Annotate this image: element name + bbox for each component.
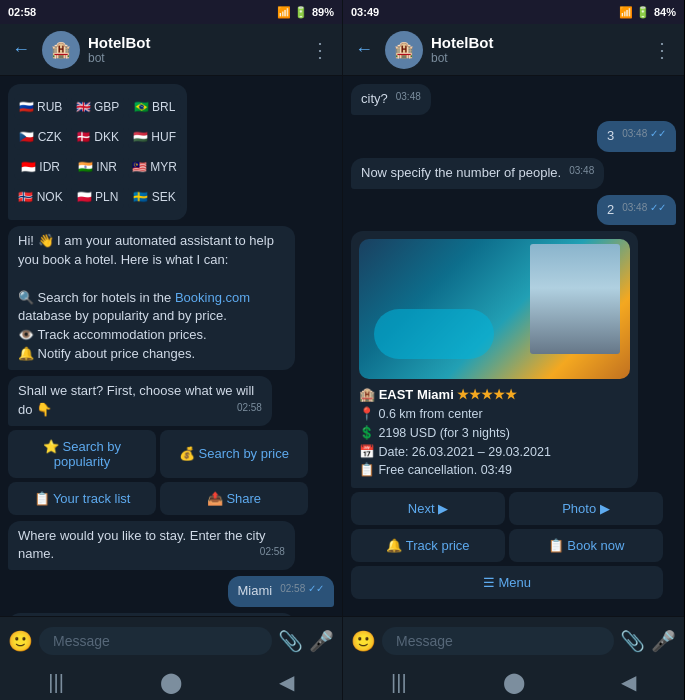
currency-rub[interactable]: 🇷🇺 RUB	[14, 94, 67, 120]
right-hotel-wrap: 🏨 EAST Miami ★★★★★ 📍 0.6 km from center …	[351, 231, 663, 599]
left-miami-row: Miami 02:58 ✓✓	[8, 576, 334, 607]
left-followup-row: OK, specify the check-in date at the hot…	[8, 613, 334, 616]
booking-link[interactable]: Booking.com	[175, 290, 250, 305]
right-reply3-ts: 03:48 ✓✓	[622, 129, 666, 139]
hotel-image-inner	[359, 239, 630, 379]
search-price-button[interactable]: 💰 Search by price	[160, 430, 308, 478]
right-city-ts: 03:48	[396, 92, 421, 102]
left-prompt-row: Where would you like to stay. Enter the …	[8, 521, 334, 571]
left-input-bar: 🙂 📎 🎤	[0, 616, 342, 664]
left-feature-3: 🔔 Notify about price changes.	[18, 346, 195, 361]
right-nav-recents[interactable]: ◀	[621, 670, 636, 694]
right-people-bubble: Now specify the number of people. 03:48	[351, 158, 604, 189]
menu-button[interactable]: ☰ Menu	[351, 566, 663, 599]
left-attach-button[interactable]: 📎	[278, 629, 303, 653]
right-avatar: 🏨	[385, 31, 423, 69]
left-panel: 02:58 📶 🔋 89% ← 🏨 HotelBot bot ⋮ 🇷🇺 RUB🇬…	[0, 0, 342, 700]
left-prompt-text: Where would you like to stay. Enter the …	[18, 528, 266, 562]
left-more-button[interactable]: ⋮	[306, 34, 334, 66]
currency-dkk[interactable]: 🇩🇰 DKK	[71, 124, 124, 150]
right-mic-button[interactable]: 🎤	[651, 629, 676, 653]
hotel-ts: 03:49	[481, 463, 512, 477]
left-message-input[interactable]	[39, 627, 272, 655]
left-status-bar: 02:58 📶 🔋 89%	[0, 0, 342, 24]
right-back-button[interactable]: ←	[351, 35, 377, 64]
right-hotel-keyboard: Next ▶ Photo ▶ 🔔 Track price 📋 Book now …	[351, 492, 663, 599]
right-message-input[interactable]	[382, 627, 614, 655]
right-icons: 📶 🔋	[619, 6, 650, 19]
left-emoji-button[interactable]: 🙂	[8, 629, 33, 653]
right-more-button[interactable]: ⋮	[648, 34, 676, 66]
hotel-distance: 📍 0.6 km from center	[359, 407, 483, 421]
share-button[interactable]: 📤 Share	[160, 482, 308, 515]
right-people-row: Now specify the number of people. 03:48	[351, 158, 676, 189]
currency-gbp[interactable]: 🇬🇧 GBP	[71, 94, 124, 120]
right-reply3-bubble: 3 03:48 ✓✓	[597, 121, 676, 152]
right-city-bubble: city? 03:48	[351, 84, 431, 115]
left-chat-name: HotelBot	[88, 34, 298, 51]
search-popularity-button[interactable]: ⭐ Search by popularity	[8, 430, 156, 478]
left-avatar: 🏨	[42, 31, 80, 69]
right-panel: 03:49 📶 🔋 84% ← 🏨 HotelBot bot ⋮ city? 0…	[342, 0, 684, 700]
currency-nok[interactable]: 🇳🇴 NOK	[14, 184, 67, 210]
left-intro-text: Hi! 👋 I am your automated assistant to h…	[18, 233, 274, 267]
hotel-name: 🏨 EAST Miami ★★★★★	[359, 387, 517, 402]
right-nav-back[interactable]: |||	[391, 671, 407, 694]
left-question-wrap: Shall we start? First, choose what we wi…	[8, 376, 308, 515]
left-feature-2: 👁️ Track accommodation prices.	[18, 327, 207, 342]
currency-idr[interactable]: 🇮🇩 IDR	[14, 154, 67, 180]
left-nav-home[interactable]: ⬤	[160, 670, 182, 694]
left-question-row: Shall we start? First, choose what we wi…	[8, 376, 334, 515]
left-nav-recents[interactable]: ◀	[279, 670, 294, 694]
left-question-bubble: Shall we start? First, choose what we wi…	[8, 376, 272, 426]
left-prompt-ts: 02:58	[260, 547, 285, 557]
left-currency-row: 🇷🇺 RUB🇬🇧 GBP🇧🇷 BRL🇨🇿 CZK🇩🇰 DKK🇭🇺 HUF🇮🇩 I…	[8, 84, 334, 220]
right-time: 03:49	[351, 6, 379, 18]
right-hotel-row: 🏨 EAST Miami ★★★★★ 📍 0.6 km from center …	[351, 231, 676, 599]
hotel-stars: ★★★★★	[457, 387, 517, 402]
left-miami-bubble: Miami 02:58 ✓✓	[228, 576, 334, 607]
hotel-cancellation: 📋 Free cancellation.	[359, 463, 477, 477]
right-attach-button[interactable]: 📎	[620, 629, 645, 653]
track-price-button[interactable]: 🔔 Track price	[351, 529, 505, 562]
left-followup-bubble: OK, specify the check-in date at the hot…	[8, 613, 295, 616]
left-nav-back[interactable]: |||	[48, 671, 64, 694]
hotel-description: 🏨 EAST Miami ★★★★★ 📍 0.6 km from center …	[359, 385, 630, 480]
left-mic-button[interactable]: 🎤	[309, 629, 334, 653]
right-people-ts: 03:48	[569, 166, 594, 176]
currency-inr[interactable]: 🇮🇳 INR	[71, 154, 124, 180]
hotel-dates: 📅 Date: 26.03.2021 – 29.03.2021	[359, 445, 551, 459]
currency-sek[interactable]: 🇸🇪 SEK	[128, 184, 181, 210]
right-chat-header: ← 🏨 HotelBot bot ⋮	[343, 24, 684, 76]
left-miami-text: Miami	[238, 583, 273, 598]
left-chat-info: HotelBot bot	[88, 34, 298, 65]
currency-brl[interactable]: 🇧🇷 BRL	[128, 94, 181, 120]
left-time: 02:58	[8, 6, 36, 18]
hotel-price: 💲 2198 USD (for 3 nights)	[359, 426, 510, 440]
left-question-text: Shall we start? First, choose what we wi…	[18, 383, 254, 417]
right-reply3-text: 3	[607, 128, 614, 143]
left-prompt-bubble: Where would you like to stay. Enter the …	[8, 521, 295, 571]
next-button[interactable]: Next ▶	[351, 492, 505, 525]
right-chat-name: HotelBot	[431, 34, 640, 51]
right-reply2-ts: 03:48 ✓✓	[622, 203, 666, 213]
left-back-button[interactable]: ←	[8, 35, 34, 64]
photo-button[interactable]: Photo ▶	[509, 492, 663, 525]
right-nav-home[interactable]: ⬤	[503, 670, 525, 694]
right-emoji-button[interactable]: 🙂	[351, 629, 376, 653]
right-city-row: city? 03:48	[351, 84, 676, 115]
left-feature-1: 🔍 Search for hotels in the Booking.com d…	[18, 290, 250, 324]
currency-huf[interactable]: 🇭🇺 HUF	[128, 124, 181, 150]
right-hotel-row1: Next ▶ Photo ▶	[351, 492, 663, 525]
left-currency-bubble: 🇷🇺 RUB🇬🇧 GBP🇧🇷 BRL🇨🇿 CZK🇩🇰 DKK🇭🇺 HUF🇮🇩 I…	[8, 84, 187, 220]
hotel-image	[359, 239, 630, 379]
currency-myr[interactable]: 🇲🇾 MYR	[128, 154, 181, 180]
track-list-button[interactable]: 📋 Your track list	[8, 482, 156, 515]
right-reply2-bubble: 2 03:48 ✓✓	[597, 195, 676, 226]
currency-czk[interactable]: 🇨🇿 CZK	[14, 124, 67, 150]
book-now-button[interactable]: 📋 Book now	[509, 529, 663, 562]
right-reply2-row: 2 03:48 ✓✓	[351, 195, 676, 226]
left-intro-row: Hi! 👋 I am your automated assistant to h…	[8, 226, 334, 370]
currency-pln[interactable]: 🇵🇱 PLN	[71, 184, 124, 210]
left-nav-bar: ||| ⬤ ◀	[0, 664, 342, 700]
